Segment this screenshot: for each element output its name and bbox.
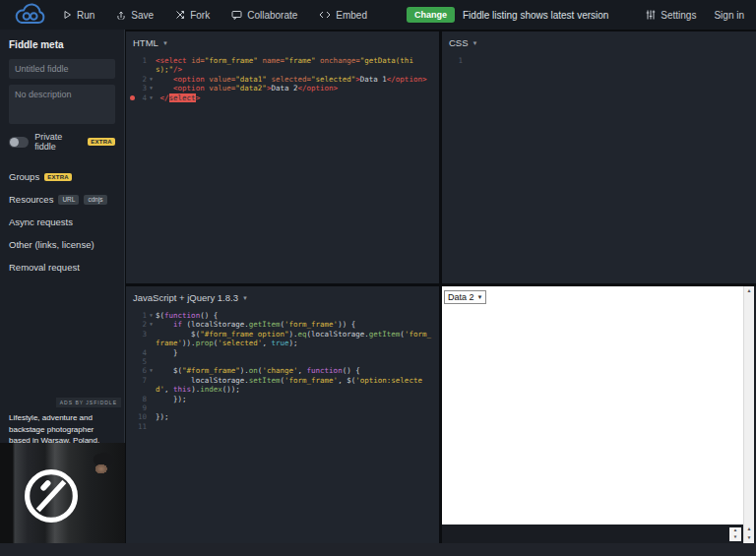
frame-select[interactable]: Data 2 ▼ (444, 290, 486, 304)
js-editor[interactable]: 1▼$(function() {2▼ if (localStorage.getI… (126, 307, 439, 431)
embed-label: Embed (336, 10, 367, 21)
html-editor[interactable]: 1<select id="form_frame" name="frame" on… (126, 52, 439, 102)
line-gutter: 2▼ (126, 75, 156, 84)
sidebar-nav: Groups EXTRA Resources URL cdnjs Async r… (9, 171, 115, 273)
code-line[interactable]: 4 } (126, 348, 439, 357)
code-text: $(function() { (156, 311, 218, 320)
settings-button[interactable]: Settings (646, 10, 696, 21)
sidebar-item-removal-request[interactable]: Removal request (9, 262, 115, 273)
css-panel-header[interactable]: CSS ▼ (442, 31, 756, 52)
sidebar-item-async-requests[interactable]: Async requests (9, 216, 115, 227)
ad-block: ADS BY JSFIDDLE Lifestyle, adventure and… (0, 391, 125, 447)
sign-in-button[interactable]: Sign in (714, 10, 744, 21)
embed-button[interactable]: Embed (319, 10, 367, 21)
js-panel-header[interactable]: JavaScript + jQuery 1.8.3 ▼ (126, 286, 439, 307)
js-panel: JavaScript + jQuery 1.8.3 ▼ 1▼$(function… (126, 286, 439, 543)
result-frame: Data 2 ▼ (442, 286, 743, 525)
jsfiddle-logo-icon[interactable] (12, 2, 49, 28)
fold-arrow-icon[interactable]: ▼ (147, 93, 156, 102)
toggle-knob (10, 138, 19, 147)
html-panel: HTML ▼ 1<select id="form_frame" name="fr… (126, 31, 439, 283)
scroll-up-icon[interactable]: ▲ (744, 525, 754, 533)
code-line[interactable]: 9 (126, 403, 439, 412)
sidebar-item-resources[interactable]: Resources URL cdnjs (9, 194, 115, 205)
line-gutter: 8 (126, 395, 156, 403)
line-number: 10 (138, 412, 147, 421)
fold-arrow-icon[interactable]: ▼ (147, 84, 156, 93)
sidebar-item-other[interactable]: Other (links, license) (9, 239, 115, 250)
other-label: Other (links, license) (9, 239, 94, 250)
fold-spacer (147, 56, 156, 75)
fold-arrow-icon[interactable]: ▼ (147, 366, 156, 375)
fold-arrow-icon[interactable]: ▼ (147, 320, 156, 329)
css-editor[interactable]: 1 (442, 52, 756, 65)
html-panel-title: HTML (133, 37, 158, 48)
save-icon (116, 10, 126, 20)
css-panel-title: CSS (449, 37, 469, 48)
fold-spacer (147, 376, 156, 395)
run-label: Run (77, 10, 94, 21)
photographer-logo-icon (23, 467, 80, 525)
code-line[interactable]: 3▼ <option value="data2">Data 2</option> (126, 84, 439, 93)
fork-icon (175, 10, 185, 20)
code-line[interactable]: 10}); (126, 412, 439, 421)
line-gutter: 5 (126, 357, 156, 366)
code-line[interactable]: 7 localStorage.setItem('form_frame', $('… (126, 376, 439, 395)
fold-arrow-icon[interactable]: ▼ (147, 311, 156, 320)
save-button[interactable]: Save (116, 10, 154, 21)
collaborate-button[interactable]: Collaborate (231, 10, 297, 21)
chevron-down-icon: ▼ (162, 40, 168, 46)
code-line[interactable]: 5 (126, 357, 439, 366)
fiddle-description-input[interactable] (9, 85, 115, 124)
collaborate-label: Collaborate (247, 10, 297, 21)
extra-badge: EXTRA (88, 138, 115, 146)
ad-photo[interactable] (0, 443, 125, 543)
change-badge[interactable]: Change (407, 7, 455, 23)
code-text: localStorage.setItem('form_frame', $('op… (156, 376, 422, 395)
line-gutter: 11 (126, 422, 156, 431)
error-dot-icon (130, 95, 135, 100)
code-text: if (localStorage.getItem('form_frame')) … (156, 320, 355, 329)
html-panel-header[interactable]: HTML ▼ (126, 31, 439, 52)
fork-button[interactable]: Fork (175, 10, 210, 21)
line-gutter: 10 (126, 412, 156, 421)
result-bottom-strip (442, 525, 743, 543)
code-text: }); (156, 412, 169, 421)
url-chip[interactable]: URL (58, 195, 79, 205)
cdnjs-chip[interactable]: cdnjs (84, 195, 106, 205)
code-text: }); (156, 395, 187, 403)
code-line[interactable]: 4▼ </select> (126, 93, 439, 102)
result-panel: Data 2 ▼ ▲▼ ▲ ▲ ▼ (442, 286, 756, 543)
select-chevron-icon: ▼ (477, 294, 483, 300)
result-scrollbar[interactable]: ▲ ▲ ▼ (743, 286, 754, 543)
scroll-down-icon[interactable]: ▼ (744, 533, 754, 542)
sidebar: Fiddle meta Private fiddle EXTRA Groups … (0, 30, 125, 543)
code-line[interactable]: 11 (126, 422, 439, 431)
ad-text[interactable]: Lifestyle, adventure and backstage photo… (0, 408, 125, 447)
code-text: </select> (156, 93, 200, 102)
js-panel-title: JavaScript + jQuery 1.8.3 (133, 292, 238, 303)
code-text: <select id="form_frame" name="frame" onc… (156, 56, 413, 75)
code-line[interactable]: 1<select id="form_frame" name="frame" on… (126, 56, 439, 75)
fold-arrow-icon[interactable]: ▼ (147, 75, 156, 84)
private-fiddle-toggle[interactable] (9, 137, 29, 148)
fold-spacer (463, 56, 472, 65)
scroll-up-icon[interactable]: ▲ (744, 286, 754, 295)
code-line[interactable]: 1 (442, 56, 756, 65)
private-fiddle-label: Private fiddle (34, 132, 82, 152)
run-button[interactable]: Run (63, 10, 94, 21)
result-corner-scroll-buttons[interactable]: ▲▼ (729, 527, 741, 541)
code-line[interactable]: 8 }); (126, 395, 439, 403)
sidebar-item-groups[interactable]: Groups EXTRA (9, 171, 115, 182)
line-gutter: 4▼ (126, 93, 156, 102)
code-line[interactable]: 1▼$(function() { (126, 311, 439, 320)
fiddle-title-input[interactable] (9, 59, 115, 79)
code-text: } (156, 348, 178, 357)
code-text: <option value="data1" selected="selected… (156, 75, 426, 84)
code-line[interactable]: 2▼ if (localStorage.getItem('form_frame'… (126, 320, 439, 329)
code-line[interactable]: 3 $("#form_frame option").eq(localStorag… (126, 330, 439, 348)
code-line[interactable]: 6▼ $("#form_frame").on('change', functio… (126, 366, 439, 375)
fiddle-listing-notice: Fiddle listing shows latest version (463, 10, 608, 21)
code-line[interactable]: 2▼ <option value="data1" selected="selec… (126, 75, 439, 84)
line-number: 11 (138, 422, 147, 431)
